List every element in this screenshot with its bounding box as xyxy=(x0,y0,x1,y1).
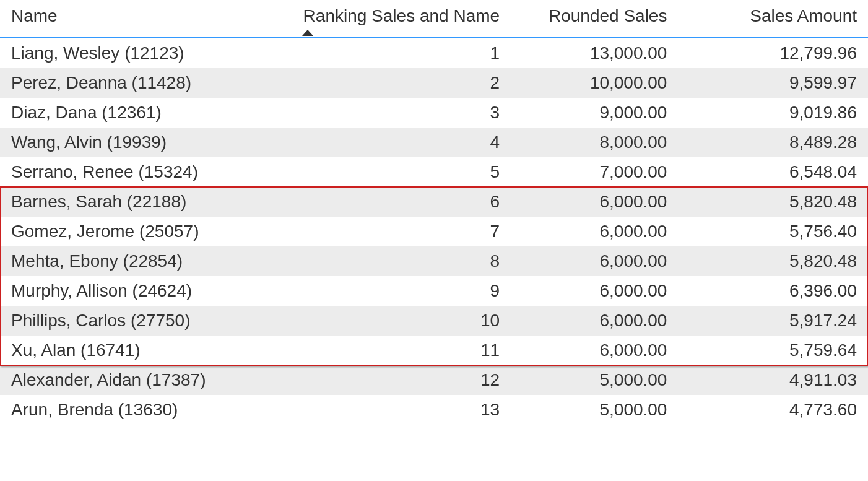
cell-sales: 8,489.28 xyxy=(678,128,868,157)
cell-rounded: 5,000.00 xyxy=(511,395,678,425)
cell-name: Phillips, Carlos (27750) xyxy=(0,306,291,336)
cell-name: Murphy, Allison (24624) xyxy=(0,276,291,306)
cell-sales: 12,799.96 xyxy=(678,38,868,68)
cell-ranking: 4 xyxy=(291,128,511,157)
table-row[interactable]: Xu, Alan (16741)116,000.005,759.64 xyxy=(0,336,868,365)
cell-rounded: 6,000.00 xyxy=(511,217,678,246)
col-header-name[interactable]: Name xyxy=(0,0,291,38)
cell-rounded: 10,000.00 xyxy=(511,68,678,98)
cell-name: Liang, Wesley (12123) xyxy=(0,38,291,68)
cell-sales: 5,917.24 xyxy=(678,306,868,336)
cell-rounded: 6,000.00 xyxy=(511,336,678,365)
cell-sales: 5,759.64 xyxy=(678,336,868,365)
cell-rounded: 8,000.00 xyxy=(511,128,678,157)
table-row[interactable]: Murphy, Allison (24624)96,000.006,396.00 xyxy=(0,276,868,306)
col-header-ranking-label: Ranking Sales and Name xyxy=(303,6,500,25)
cell-name: Serrano, Renee (15324) xyxy=(0,157,291,187)
cell-sales: 5,756.40 xyxy=(678,217,868,246)
cell-sales: 6,396.00 xyxy=(678,276,868,306)
cell-sales: 4,773.60 xyxy=(678,395,868,425)
cell-name: Gomez, Jerome (25057) xyxy=(0,217,291,246)
col-header-sales[interactable]: Sales Amount xyxy=(678,0,868,38)
cell-rounded: 7,000.00 xyxy=(511,157,678,187)
col-header-rounded[interactable]: Rounded Sales xyxy=(511,0,678,38)
cell-rounded: 9,000.00 xyxy=(511,98,678,128)
table-row[interactable]: Alexander, Aidan (17387)125,000.004,911.… xyxy=(0,365,868,395)
cell-ranking: 13 xyxy=(291,395,511,425)
sales-table: Name Ranking Sales and Name Rounded Sale… xyxy=(0,0,868,425)
sort-asc-icon xyxy=(302,30,313,36)
cell-name: Xu, Alan (16741) xyxy=(0,336,291,365)
table-row[interactable]: Arun, Brenda (13630)135,000.004,773.60 xyxy=(0,395,868,425)
cell-sales: 4,911.03 xyxy=(678,365,868,395)
cell-name: Barnes, Sarah (22188) xyxy=(0,187,291,217)
cell-rounded: 6,000.00 xyxy=(511,246,678,276)
cell-sales: 9,599.97 xyxy=(678,68,868,98)
cell-ranking: 9 xyxy=(291,276,511,306)
cell-ranking: 11 xyxy=(291,336,511,365)
cell-ranking: 7 xyxy=(291,217,511,246)
cell-ranking: 3 xyxy=(291,98,511,128)
cell-ranking: 10 xyxy=(291,306,511,336)
cell-name: Alexander, Aidan (17387) xyxy=(0,365,291,395)
cell-ranking: 1 xyxy=(291,38,511,68)
cell-ranking: 6 xyxy=(291,187,511,217)
table-row[interactable]: Liang, Wesley (12123)113,000.0012,799.96 xyxy=(0,38,868,68)
table-row[interactable]: Serrano, Renee (15324)57,000.006,548.04 xyxy=(0,157,868,187)
cell-sales: 5,820.48 xyxy=(678,246,868,276)
cell-sales: 6,548.04 xyxy=(678,157,868,187)
table-row[interactable]: Perez, Deanna (11428)210,000.009,599.97 xyxy=(0,68,868,98)
cell-name: Diaz, Dana (12361) xyxy=(0,98,291,128)
cell-name: Wang, Alvin (19939) xyxy=(0,128,291,157)
cell-rounded: 5,000.00 xyxy=(511,365,678,395)
cell-name: Mehta, Ebony (22854) xyxy=(0,246,291,276)
table-row[interactable]: Phillips, Carlos (27750)106,000.005,917.… xyxy=(0,306,868,336)
cell-rounded: 13,000.00 xyxy=(511,38,678,68)
cell-rounded: 6,000.00 xyxy=(511,276,678,306)
cell-sales: 5,820.48 xyxy=(678,187,868,217)
cell-rounded: 6,000.00 xyxy=(511,306,678,336)
cell-rounded: 6,000.00 xyxy=(511,187,678,217)
cell-name: Perez, Deanna (11428) xyxy=(0,68,291,98)
cell-ranking: 5 xyxy=(291,157,511,187)
table-row[interactable]: Diaz, Dana (12361)39,000.009,019.86 xyxy=(0,98,868,128)
col-header-ranking[interactable]: Ranking Sales and Name xyxy=(291,0,511,38)
cell-name: Arun, Brenda (13630) xyxy=(0,395,291,425)
header-row: Name Ranking Sales and Name Rounded Sale… xyxy=(0,0,868,38)
table-row[interactable]: Mehta, Ebony (22854)86,000.005,820.48 xyxy=(0,246,868,276)
table-row[interactable]: Gomez, Jerome (25057)76,000.005,756.40 xyxy=(0,217,868,246)
cell-ranking: 12 xyxy=(291,365,511,395)
cell-sales: 9,019.86 xyxy=(678,98,868,128)
cell-ranking: 2 xyxy=(291,68,511,98)
cell-ranking: 8 xyxy=(291,246,511,276)
table-row[interactable]: Wang, Alvin (19939)48,000.008,489.28 xyxy=(0,128,868,157)
table-row[interactable]: Barnes, Sarah (22188)66,000.005,820.48 xyxy=(0,187,868,217)
